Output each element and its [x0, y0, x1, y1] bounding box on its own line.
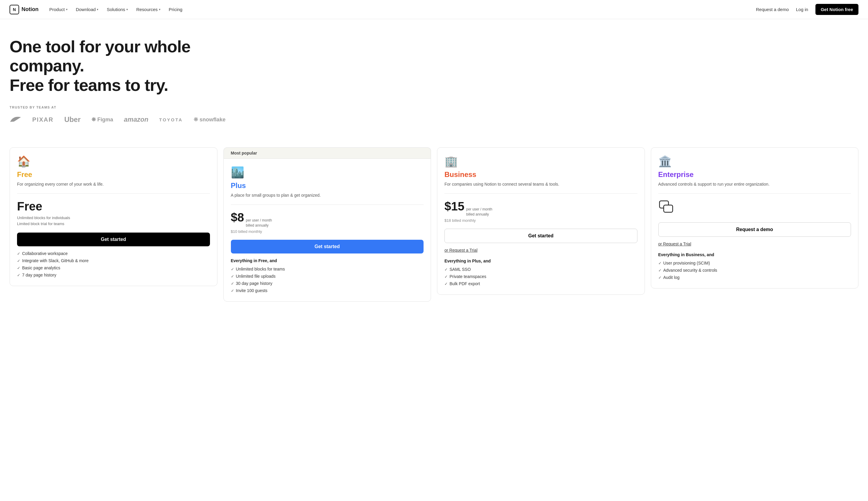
list-item: ✓Collaborative workspace [17, 251, 210, 256]
plus-plan-card: 🏙️ Plus A place for small groups to plan… [223, 158, 431, 302]
amazon-logo: amazon [124, 116, 149, 124]
list-item: ✓SAML SSO [444, 267, 637, 272]
free-plan-desc: For organizing every corner of your work… [17, 181, 210, 188]
plus-plan-wrapper: Most popular 🏙️ Plus A place for small g… [223, 147, 431, 302]
trusted-section: Trusted by teams at PIXAR Uber ❋ Figma a… [10, 106, 858, 126]
pixar-logo: PIXAR [32, 116, 54, 123]
pricing-section: 🏠 Free For organizing every corner of yo… [0, 138, 868, 320]
list-item: ✓Basic page analytics [17, 265, 210, 270]
free-price-sub: Unlimited blocks for individuals Limited… [17, 215, 210, 227]
free-plan-title: Free [17, 170, 210, 179]
free-cta-button[interactable]: Get started [17, 233, 210, 246]
business-price-meta: per user / month billed annually [466, 207, 492, 217]
business-price-amount: $15 [444, 200, 464, 213]
enterprise-plan-card: 🏛️ Enterprise Advanced controls & suppor… [651, 147, 859, 288]
chevron-down-icon: ▾ [159, 8, 161, 11]
chat-icon [658, 200, 851, 217]
enterprise-features-header: Everything in Business, and [658, 252, 851, 257]
business-plan-title: Business [444, 170, 637, 179]
list-item: ✓30 day page history [231, 281, 424, 286]
nav-items: Product ▾ Download ▾ Solutions ▾ Resourc… [46, 4, 186, 14]
enterprise-feature-list: ✓User provisioning (SCIM) ✓Advanced secu… [658, 261, 851, 280]
trusted-label: Trusted by teams at [10, 106, 858, 109]
enterprise-plan-desc: Advanced controls & support to run your … [658, 181, 851, 188]
free-plan-icon: 🏠 [17, 156, 210, 167]
nav-left: N Notion Product ▾ Download ▾ Solutions … [10, 4, 186, 14]
business-billing: $18 billed monthly [444, 218, 637, 223]
nike-logo [10, 113, 22, 126]
plus-cta-button[interactable]: Get started [231, 240, 424, 254]
plus-feature-list: ✓Unlimited blocks for teams ✓Unlimited f… [231, 267, 424, 293]
hero-headline: One tool for your whole company. Free fo… [10, 37, 219, 95]
business-price-row: $15 per user / month billed annually [444, 200, 637, 217]
notion-logo-icon: N [10, 5, 19, 14]
nav-item-download[interactable]: Download ▾ [72, 4, 102, 14]
pricing-cards: 🏠 Free For organizing every corner of yo… [10, 147, 858, 302]
plus-plan-desc: A place for small groups to plan & get o… [231, 192, 424, 199]
plus-billing: $10 billed monthly [231, 229, 424, 234]
plus-price-amount: $8 [231, 211, 244, 224]
nav-logo[interactable]: N Notion [10, 5, 39, 14]
plus-features-header: Everything in Free, and [231, 258, 424, 263]
list-item: ✓Unlimited file uploads [231, 274, 424, 279]
get-notion-free-button[interactable]: Get Notion free [815, 4, 858, 15]
business-plan-icon: 🏢 [444, 156, 637, 167]
nav-right: Request a demo Log in Get Notion free [756, 4, 858, 15]
uber-logo: Uber [64, 115, 81, 124]
list-item: ✓Integrate with Slack, GitHub & more [17, 258, 210, 263]
plus-plan-title: Plus [231, 181, 424, 190]
request-demo-link[interactable]: Request a demo [756, 7, 789, 12]
list-item: ✓User provisioning (SCIM) [658, 261, 851, 265]
plus-plan-icon: 🏙️ [231, 167, 424, 178]
business-plan-card: 🏢 Business For companies using Notion to… [437, 147, 645, 295]
figma-logo: ❋ Figma [91, 116, 113, 123]
popular-badge: Most popular [223, 147, 431, 158]
business-plan-desc: For companies using Notion to connect se… [444, 181, 637, 188]
nav-item-resources[interactable]: Resources ▾ [133, 4, 164, 14]
enterprise-plan-title: Enterprise [658, 170, 851, 179]
notion-logo-text: Notion [22, 6, 39, 12]
list-item: ✓Private teamspaces [444, 274, 637, 279]
logo-list: PIXAR Uber ❋ Figma amazon TOYOTA ❊ snowf… [10, 113, 858, 126]
business-cta-button[interactable]: Get started [444, 229, 637, 243]
list-item: ✓Audit log [658, 275, 851, 280]
list-item: ✓Unlimited blocks for teams [231, 267, 424, 271]
chevron-down-icon: ▾ [66, 8, 67, 11]
free-plan-card: 🏠 Free For organizing every corner of yo… [10, 147, 218, 286]
enterprise-plan-icon: 🏛️ [658, 156, 851, 167]
business-feature-list: ✓SAML SSO ✓Private teamspaces ✓Bulk PDF … [444, 267, 637, 286]
list-item: ✓7 day page history [17, 273, 210, 277]
hero-section: One tool for your whole company. Free fo… [0, 19, 868, 138]
nav-item-product[interactable]: Product ▾ [46, 4, 71, 14]
snowflake-logo: ❊ snowflake [194, 116, 226, 123]
plus-price-meta: per user / month billed annually [246, 218, 272, 228]
nav-item-solutions[interactable]: Solutions ▾ [103, 4, 131, 14]
login-link[interactable]: Log in [792, 4, 812, 14]
list-item: ✓Invite 100 guests [231, 288, 424, 293]
list-item: ✓Bulk PDF export [444, 281, 637, 286]
business-features-header: Everything in Plus, and [444, 258, 637, 263]
free-price-amount: Free [17, 200, 210, 213]
enterprise-request-trial[interactable]: or Request a Trial [658, 242, 851, 246]
free-feature-list: ✓Collaborative workspace ✓Integrate with… [17, 251, 210, 277]
chevron-down-icon: ▾ [97, 8, 98, 11]
svg-rect-1 [664, 205, 673, 212]
nav-item-pricing[interactable]: Pricing [165, 4, 186, 14]
enterprise-cta-button[interactable]: Request a demo [658, 222, 851, 237]
plus-price-row: $8 per user / month billed annually [231, 211, 424, 228]
chevron-down-icon: ▾ [127, 8, 128, 11]
business-request-trial[interactable]: or Request a Trial [444, 248, 637, 253]
list-item: ✓Advanced security & controls [658, 268, 851, 273]
toyota-logo: TOYOTA [159, 117, 183, 122]
navbar: N Notion Product ▾ Download ▾ Solutions … [0, 0, 868, 19]
